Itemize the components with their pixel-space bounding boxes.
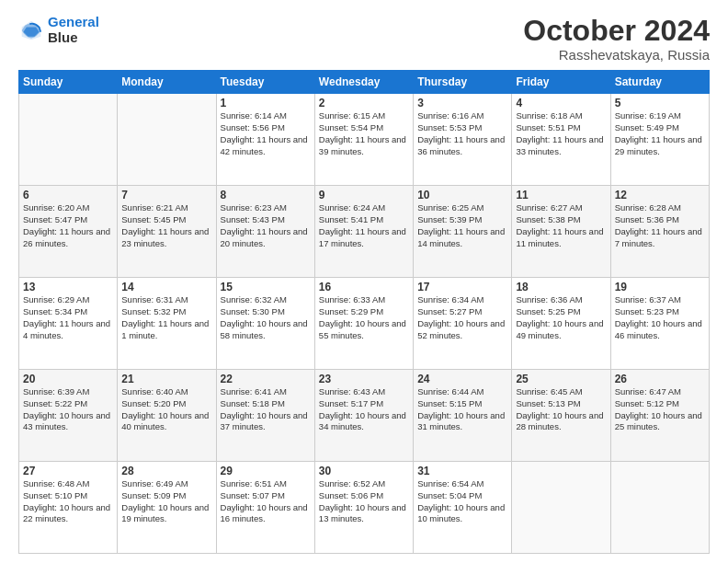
calendar-day-cell: [512, 462, 610, 554]
day-info: Sunrise: 6:49 AM Sunset: 5:09 PM Dayligh…: [121, 478, 211, 525]
title-block: October 2024 Rasshevatskaya, Russia: [523, 15, 710, 63]
day-info: Sunrise: 6:54 AM Sunset: 5:04 PM Dayligh…: [417, 478, 507, 525]
day-info: Sunrise: 6:31 AM Sunset: 5:32 PM Dayligh…: [121, 294, 211, 341]
calendar-day-cell: 3Sunrise: 6:16 AM Sunset: 5:53 PM Daylig…: [414, 94, 512, 186]
day-info: Sunrise: 6:34 AM Sunset: 5:27 PM Dayligh…: [417, 294, 507, 341]
day-info: Sunrise: 6:43 AM Sunset: 5:17 PM Dayligh…: [319, 386, 409, 433]
day-info: Sunrise: 6:39 AM Sunset: 5:22 PM Dayligh…: [23, 386, 113, 433]
day-info: Sunrise: 6:29 AM Sunset: 5:34 PM Dayligh…: [23, 294, 113, 341]
calendar-week-row: 27Sunrise: 6:48 AM Sunset: 5:10 PM Dayli…: [19, 462, 710, 554]
calendar-day-cell: 9Sunrise: 6:24 AM Sunset: 5:41 PM Daylig…: [314, 186, 413, 278]
day-header: Sunday: [19, 71, 118, 94]
calendar-day-cell: 11Sunrise: 6:27 AM Sunset: 5:38 PM Dayli…: [512, 186, 610, 278]
day-number: 21: [121, 373, 211, 385]
day-number: 14: [121, 281, 211, 293]
day-info: Sunrise: 6:18 AM Sunset: 5:51 PM Dayligh…: [516, 110, 606, 157]
day-info: Sunrise: 6:48 AM Sunset: 5:10 PM Dayligh…: [23, 478, 113, 525]
calendar-day-cell: 19Sunrise: 6:37 AM Sunset: 5:23 PM Dayli…: [610, 278, 709, 370]
day-header: Tuesday: [216, 71, 314, 94]
calendar-day-cell: 22Sunrise: 6:41 AM Sunset: 5:18 PM Dayli…: [216, 370, 314, 462]
calendar-day-cell: [118, 94, 216, 186]
calendar-day-cell: 23Sunrise: 6:43 AM Sunset: 5:17 PM Dayli…: [314, 370, 413, 462]
day-info: Sunrise: 6:19 AM Sunset: 5:49 PM Dayligh…: [615, 110, 705, 157]
day-number: 4: [516, 97, 606, 109]
month-title: October 2024: [523, 15, 710, 47]
calendar-day-cell: 26Sunrise: 6:47 AM Sunset: 5:12 PM Dayli…: [610, 370, 709, 462]
calendar-day-cell: 4Sunrise: 6:18 AM Sunset: 5:51 PM Daylig…: [512, 94, 610, 186]
day-number: 11: [516, 189, 606, 201]
logo-text: General Blue: [48, 15, 99, 45]
calendar-day-cell: 13Sunrise: 6:29 AM Sunset: 5:34 PM Dayli…: [19, 278, 118, 370]
day-info: Sunrise: 6:21 AM Sunset: 5:45 PM Dayligh…: [121, 202, 211, 249]
day-number: 29: [221, 465, 311, 477]
page: General Blue October 2024 Rasshevatskaya…: [0, 0, 728, 563]
day-info: Sunrise: 6:45 AM Sunset: 5:13 PM Dayligh…: [516, 386, 606, 433]
day-info: Sunrise: 6:25 AM Sunset: 5:39 PM Dayligh…: [417, 202, 507, 249]
day-info: Sunrise: 6:52 AM Sunset: 5:06 PM Dayligh…: [319, 478, 409, 525]
day-number: 24: [417, 373, 507, 385]
day-info: Sunrise: 6:28 AM Sunset: 5:36 PM Dayligh…: [615, 202, 705, 249]
day-number: 10: [417, 189, 507, 201]
day-number: 1: [221, 97, 311, 109]
day-number: 23: [319, 373, 409, 385]
calendar-day-cell: 20Sunrise: 6:39 AM Sunset: 5:22 PM Dayli…: [19, 370, 118, 462]
logo-line2: Blue: [48, 30, 99, 46]
day-info: Sunrise: 6:44 AM Sunset: 5:15 PM Dayligh…: [417, 386, 507, 433]
calendar-day-cell: 30Sunrise: 6:52 AM Sunset: 5:06 PM Dayli…: [314, 462, 413, 554]
day-info: Sunrise: 6:47 AM Sunset: 5:12 PM Dayligh…: [615, 386, 705, 433]
day-number: 20: [23, 373, 113, 385]
calendar-day-cell: 2Sunrise: 6:15 AM Sunset: 5:54 PM Daylig…: [314, 94, 413, 186]
calendar-day-cell: [610, 462, 709, 554]
logo-icon: [18, 19, 44, 41]
calendar-week-row: 20Sunrise: 6:39 AM Sunset: 5:22 PM Dayli…: [19, 370, 710, 462]
day-header: Wednesday: [314, 71, 413, 94]
day-number: 31: [417, 465, 507, 477]
calendar-day-cell: 16Sunrise: 6:33 AM Sunset: 5:29 PM Dayli…: [314, 278, 413, 370]
day-number: 7: [121, 189, 211, 201]
day-info: Sunrise: 6:27 AM Sunset: 5:38 PM Dayligh…: [516, 202, 606, 249]
day-number: 17: [417, 281, 507, 293]
day-info: Sunrise: 6:36 AM Sunset: 5:25 PM Dayligh…: [516, 294, 606, 341]
day-info: Sunrise: 6:41 AM Sunset: 5:18 PM Dayligh…: [221, 386, 311, 433]
day-info: Sunrise: 6:15 AM Sunset: 5:54 PM Dayligh…: [319, 110, 409, 157]
calendar-day-cell: 14Sunrise: 6:31 AM Sunset: 5:32 PM Dayli…: [118, 278, 216, 370]
day-number: 19: [615, 281, 705, 293]
calendar-day-cell: 15Sunrise: 6:32 AM Sunset: 5:30 PM Dayli…: [216, 278, 314, 370]
calendar-day-cell: 1Sunrise: 6:14 AM Sunset: 5:56 PM Daylig…: [216, 94, 314, 186]
logo: General Blue: [18, 15, 99, 45]
day-number: 27: [23, 465, 113, 477]
day-header: Saturday: [610, 71, 709, 94]
calendar-day-cell: 17Sunrise: 6:34 AM Sunset: 5:27 PM Dayli…: [414, 278, 512, 370]
calendar-day-cell: 31Sunrise: 6:54 AM Sunset: 5:04 PM Dayli…: [414, 462, 512, 554]
day-info: Sunrise: 6:33 AM Sunset: 5:29 PM Dayligh…: [319, 294, 409, 341]
calendar-day-cell: 12Sunrise: 6:28 AM Sunset: 5:36 PM Dayli…: [610, 186, 709, 278]
location: Rasshevatskaya, Russia: [523, 47, 710, 63]
day-number: 5: [615, 97, 705, 109]
day-header: Thursday: [414, 71, 512, 94]
day-info: Sunrise: 6:24 AM Sunset: 5:41 PM Dayligh…: [319, 202, 409, 249]
logo-line1: General: [48, 14, 99, 29]
day-info: Sunrise: 6:20 AM Sunset: 5:47 PM Dayligh…: [23, 202, 113, 249]
calendar-day-cell: 5Sunrise: 6:19 AM Sunset: 5:49 PM Daylig…: [610, 94, 709, 186]
day-info: Sunrise: 6:14 AM Sunset: 5:56 PM Dayligh…: [221, 110, 311, 157]
calendar-day-cell: 21Sunrise: 6:40 AM Sunset: 5:20 PM Dayli…: [118, 370, 216, 462]
calendar-week-row: 13Sunrise: 6:29 AM Sunset: 5:34 PM Dayli…: [19, 278, 710, 370]
day-number: 6: [23, 189, 113, 201]
day-number: 15: [221, 281, 311, 293]
calendar-day-cell: 24Sunrise: 6:44 AM Sunset: 5:15 PM Dayli…: [414, 370, 512, 462]
calendar-day-cell: 7Sunrise: 6:21 AM Sunset: 5:45 PM Daylig…: [118, 186, 216, 278]
day-number: 12: [615, 189, 705, 201]
day-info: Sunrise: 6:37 AM Sunset: 5:23 PM Dayligh…: [615, 294, 705, 341]
day-info: Sunrise: 6:40 AM Sunset: 5:20 PM Dayligh…: [121, 386, 211, 433]
calendar-day-cell: 10Sunrise: 6:25 AM Sunset: 5:39 PM Dayli…: [414, 186, 512, 278]
calendar-week-row: 6Sunrise: 6:20 AM Sunset: 5:47 PM Daylig…: [19, 186, 710, 278]
day-number: 30: [319, 465, 409, 477]
day-number: 8: [221, 189, 311, 201]
day-number: 26: [615, 373, 705, 385]
day-number: 2: [319, 97, 409, 109]
day-number: 22: [221, 373, 311, 385]
calendar-day-cell: 18Sunrise: 6:36 AM Sunset: 5:25 PM Dayli…: [512, 278, 610, 370]
day-number: 13: [23, 281, 113, 293]
calendar-day-cell: 6Sunrise: 6:20 AM Sunset: 5:47 PM Daylig…: [19, 186, 118, 278]
day-number: 3: [417, 97, 507, 109]
